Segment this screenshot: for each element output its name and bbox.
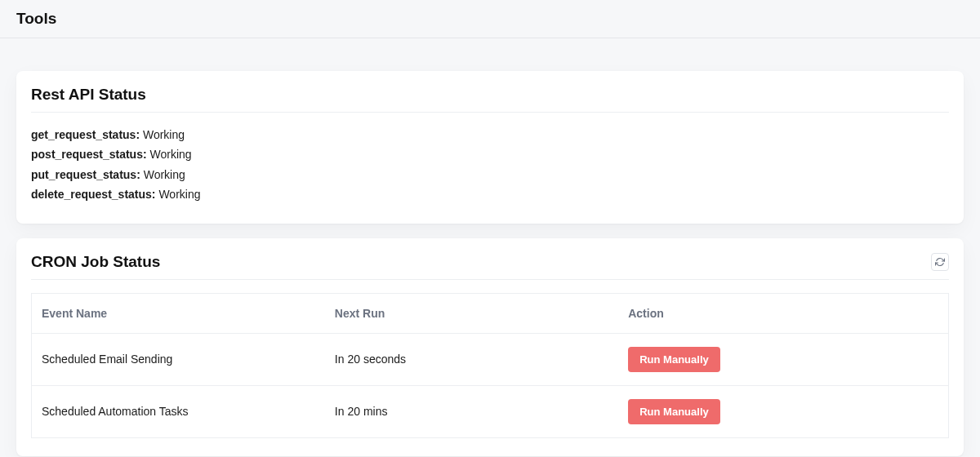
cell-action: Run Manually (618, 385, 948, 437)
rest-api-status-list: get_request_status: Working post_request… (31, 126, 949, 204)
run-manually-button[interactable]: Run Manually (628, 347, 720, 372)
column-event-name: Event Name (32, 293, 325, 333)
status-key: delete_request_status: (31, 188, 156, 201)
page-title: Tools (16, 10, 964, 28)
rest-api-title: Rest API Status (31, 86, 146, 104)
table-header-row: Event Name Next Run Action (32, 293, 949, 333)
status-item: get_request_status: Working (31, 126, 949, 144)
column-next-run: Next Run (325, 293, 618, 333)
cell-next-run: In 20 seconds (325, 333, 618, 385)
status-item: post_request_status: Working (31, 145, 949, 163)
status-value: Working (144, 168, 185, 181)
rest-api-panel-header: Rest API Status (31, 86, 949, 113)
cell-action: Run Manually (618, 333, 948, 385)
table-row: Scheduled Automation Tasks In 20 mins Ru… (32, 385, 949, 437)
refresh-icon (935, 257, 945, 267)
cron-table: Event Name Next Run Action Scheduled Ema… (31, 293, 949, 438)
status-value: Working (143, 128, 185, 141)
status-value: Working (158, 188, 200, 201)
status-key: put_request_status: (31, 168, 140, 181)
run-manually-button[interactable]: Run Manually (628, 399, 720, 424)
status-key: get_request_status: (31, 128, 140, 141)
cron-panel: CRON Job Status Event Name Next Run Acti… (16, 238, 964, 456)
refresh-button[interactable] (931, 253, 949, 271)
column-action: Action (618, 293, 948, 333)
status-value: Working (149, 148, 191, 161)
cron-panel-header: CRON Job Status (31, 253, 949, 280)
status-item: put_request_status: Working (31, 166, 949, 184)
page-content: Rest API Status get_request_status: Work… (0, 38, 980, 457)
table-row: Scheduled Email Sending In 20 seconds Ru… (32, 333, 949, 385)
cell-next-run: In 20 mins (325, 385, 618, 437)
status-item: delete_request_status: Working (31, 185, 949, 203)
page-header: Tools (0, 0, 980, 38)
status-key: post_request_status: (31, 148, 147, 161)
rest-api-panel: Rest API Status get_request_status: Work… (16, 71, 964, 224)
cell-event-name: Scheduled Automation Tasks (32, 385, 325, 437)
cell-event-name: Scheduled Email Sending (32, 333, 325, 385)
cron-title: CRON Job Status (31, 253, 160, 271)
